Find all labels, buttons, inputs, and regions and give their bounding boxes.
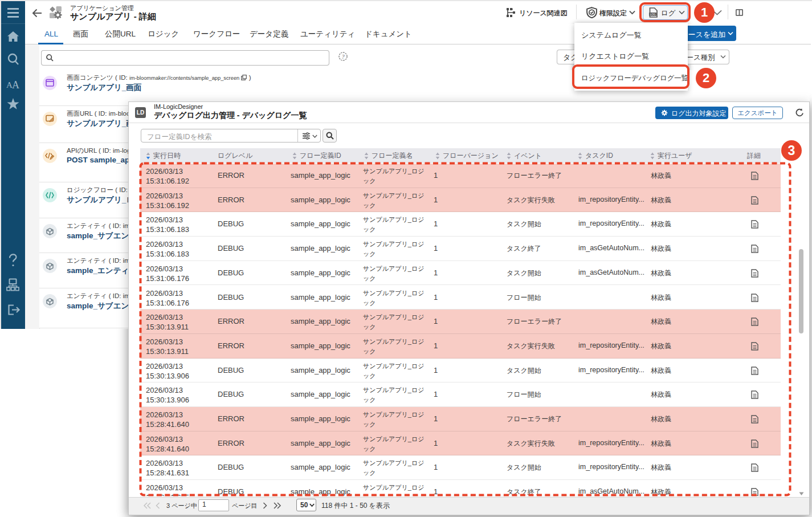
svg-text:A: A: [12, 79, 19, 91]
svg-text:?: ?: [342, 54, 345, 60]
